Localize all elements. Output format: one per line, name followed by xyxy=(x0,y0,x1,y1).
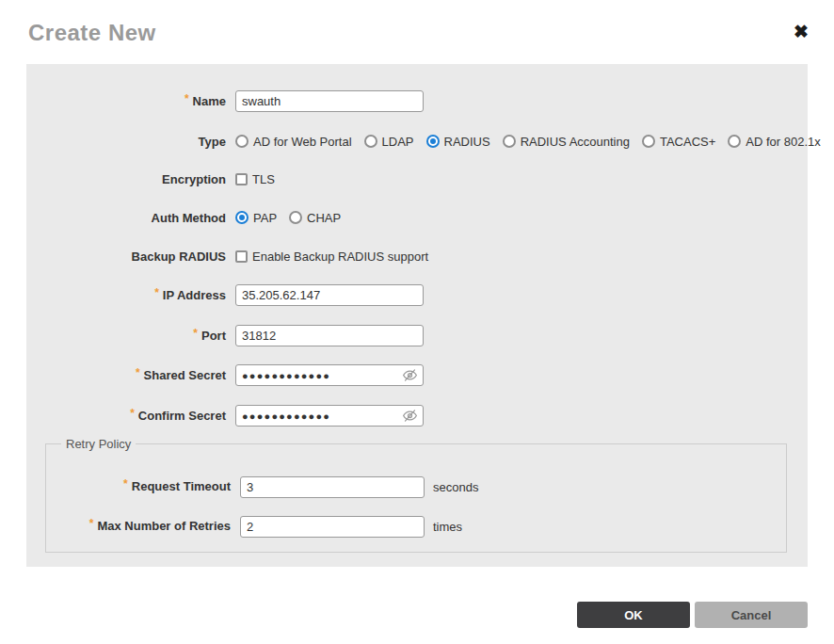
shared-secret-label: *Shared Secret xyxy=(26,368,226,383)
max-retries-input[interactable] xyxy=(240,516,425,538)
name-row: *Name xyxy=(26,90,808,112)
confirm-secret-row: *Confirm Secret xyxy=(26,405,808,427)
request-timeout-input[interactable] xyxy=(240,476,425,498)
required-marker: * xyxy=(130,407,135,420)
name-label: *Name xyxy=(26,94,226,109)
shared-secret-input[interactable] xyxy=(235,364,424,386)
type-option-ldap[interactable]: LDAP xyxy=(364,135,414,149)
required-marker: * xyxy=(136,366,140,379)
type-option-ad-web-portal[interactable]: AD for Web Portal xyxy=(235,135,352,149)
required-marker: * xyxy=(123,477,128,491)
radio-icon xyxy=(289,211,302,224)
retry-policy-legend: Retry Policy xyxy=(61,437,136,451)
required-marker: * xyxy=(154,286,159,299)
radio-icon xyxy=(364,135,377,148)
backup-radius-label: Backup RADIUS xyxy=(26,250,226,264)
request-timeout-unit: seconds xyxy=(433,480,478,494)
radio-icon xyxy=(235,135,249,148)
type-option-radius[interactable]: RADIUS xyxy=(426,135,490,149)
type-row: Type AD for Web Portal LDAP RADIUS RADIU… xyxy=(26,129,808,153)
checkbox-icon xyxy=(235,173,248,185)
max-retries-unit: times xyxy=(433,520,462,534)
checkbox-icon xyxy=(235,250,248,263)
retry-policy-fieldset: Retry Policy *Request Timeout seconds *M… xyxy=(45,443,787,553)
port-input[interactable] xyxy=(235,325,424,346)
ok-button[interactable]: OK xyxy=(577,602,690,628)
name-input[interactable] xyxy=(235,90,424,112)
radio-icon xyxy=(503,135,516,148)
confirm-secret-input[interactable] xyxy=(235,405,424,427)
required-marker: * xyxy=(184,92,189,105)
backup-radius-checkbox[interactable]: Enable Backup RADIUS support xyxy=(235,250,428,264)
port-label: *Port xyxy=(26,329,226,344)
shared-secret-row: *Shared Secret xyxy=(26,364,808,386)
encryption-row: Encryption TLS xyxy=(26,167,808,191)
auth-method-label: Auth Method xyxy=(26,211,226,225)
auth-option-chap[interactable]: CHAP xyxy=(289,211,341,225)
required-marker: * xyxy=(193,327,198,340)
type-option-tacacs[interactable]: TACACS+ xyxy=(642,135,715,149)
type-label: Type xyxy=(26,135,226,149)
max-retries-label: *Max Number of Retries xyxy=(46,519,231,534)
request-timeout-row: *Request Timeout seconds xyxy=(46,475,786,498)
max-retries-row: *Max Number of Retries times xyxy=(46,515,786,538)
eye-off-icon[interactable] xyxy=(403,409,417,423)
cancel-button[interactable]: Cancel xyxy=(695,602,808,628)
auth-method-row: Auth Method PAP CHAP xyxy=(26,205,808,230)
eye-off-icon[interactable] xyxy=(403,368,417,382)
ip-address-row: *IP Address xyxy=(26,284,808,306)
radio-checked-icon xyxy=(426,135,440,148)
type-option-ad-8021x[interactable]: AD for 802.1x xyxy=(728,135,821,149)
radio-checked-icon xyxy=(235,211,249,224)
type-option-radius-accounting[interactable]: RADIUS Accounting xyxy=(503,135,630,149)
ip-address-input[interactable] xyxy=(235,284,424,306)
encryption-tls-checkbox[interactable]: TLS xyxy=(235,172,275,186)
backup-radius-row: Backup RADIUS Enable Backup RADIUS suppo… xyxy=(26,244,808,268)
page-title: Create New xyxy=(28,20,156,46)
close-icon[interactable]: ✖ xyxy=(794,23,809,40)
request-timeout-label: *Request Timeout xyxy=(46,479,231,494)
form-panel: *Name Type AD for Web Portal LDAP RADIUS xyxy=(26,64,808,567)
encryption-label: Encryption xyxy=(26,172,226,186)
ip-address-label: *IP Address xyxy=(26,288,226,303)
auth-option-pap[interactable]: PAP xyxy=(235,211,277,225)
port-row: *Port xyxy=(26,325,808,346)
create-new-dialog: Create New ✖ *Name Type AD for Web Porta… xyxy=(0,0,834,644)
radio-icon xyxy=(642,135,655,148)
required-marker: * xyxy=(89,517,94,530)
radio-icon xyxy=(728,135,741,148)
confirm-secret-label: *Confirm Secret xyxy=(26,409,226,424)
